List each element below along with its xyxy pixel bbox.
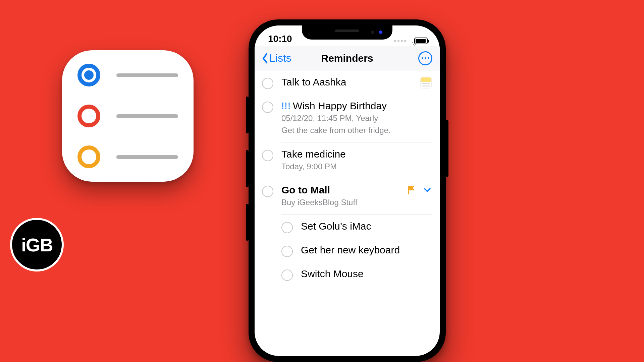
- flag-icon[interactable]: [408, 185, 416, 195]
- reminders-list: Talk to Aashka !!! Wish Happy Birthday 0…: [255, 70, 440, 286]
- reminder-meta-date: Today, 9:00 PM: [281, 161, 432, 172]
- reminder-item[interactable]: !!! Wish Happy Birthday 05/12/20, 11:45 …: [255, 94, 440, 142]
- battery-icon: [414, 38, 428, 44]
- bullet-icon: [77, 145, 100, 168]
- reminder-title: Go to Mall: [281, 184, 330, 196]
- reminder-title: Talk to Aashka: [281, 76, 346, 88]
- line-icon: [116, 114, 178, 118]
- speaker-icon: [335, 29, 359, 32]
- svg-rect-0: [408, 186, 409, 194]
- reminder-item[interactable]: Talk to Aashka: [255, 70, 440, 94]
- cellular-icon: [394, 40, 406, 42]
- complete-toggle[interactable]: [281, 222, 293, 233]
- priority-indicator: !!!: [281, 100, 291, 112]
- subtask-list: Set Golu’s iMac Get her new keyboard Swi…: [255, 215, 440, 286]
- iphone-frame: 10:10 Lists Reminders: [249, 19, 446, 362]
- expand-toggle[interactable]: [423, 186, 432, 194]
- app-icon-row: [77, 64, 178, 86]
- nav-bar: Lists Reminders: [255, 46, 440, 70]
- back-button[interactable]: Lists: [262, 52, 291, 64]
- iphone-notch: [302, 25, 392, 40]
- dot-icon: [425, 57, 426, 59]
- reminder-title: Set Golu’s iMac: [301, 221, 371, 232]
- reminder-title: Get her new keyboard: [301, 244, 400, 256]
- line-icon: [116, 155, 178, 159]
- back-label: Lists: [269, 52, 291, 64]
- reminder-title: Wish Happy Birthday: [293, 100, 387, 112]
- iphone-screen: 10:10 Lists Reminders: [255, 25, 440, 356]
- subtask-item[interactable]: Get her new keyboard: [273, 238, 440, 262]
- subtask-item[interactable]: Set Golu’s iMac: [273, 215, 440, 238]
- bullet-icon: [77, 64, 100, 86]
- complete-toggle[interactable]: [281, 246, 293, 257]
- more-button[interactable]: [418, 51, 432, 65]
- reminder-meta-note: Get the cake from other fridge.: [281, 125, 432, 136]
- complete-toggle[interactable]: [262, 186, 273, 197]
- reminder-item[interactable]: Go to Mall Buy iGeeksBlog Stuff: [255, 178, 440, 214]
- notes-attachment-icon[interactable]: [420, 77, 432, 88]
- complete-toggle[interactable]: [262, 78, 273, 89]
- reminders-app-icon: [62, 50, 194, 182]
- reminder-title: Take medicine: [281, 148, 346, 160]
- subtask-item[interactable]: Switch Mouse: [273, 262, 440, 286]
- reminder-meta-date: 05/12/20, 11:45 PM, Yearly: [281, 113, 432, 124]
- bullet-icon: [77, 105, 100, 127]
- app-icon-row: [77, 145, 178, 168]
- status-time: 10:10: [268, 34, 292, 44]
- dot-icon: [428, 57, 429, 59]
- igb-logo-text: iGB: [21, 234, 53, 256]
- reminder-meta-note: Buy iGeeksBlog Stuff: [281, 197, 432, 208]
- complete-toggle[interactable]: [281, 269, 293, 281]
- complete-toggle[interactable]: [262, 102, 273, 113]
- line-icon: [116, 73, 178, 77]
- reminder-item[interactable]: Take medicine Today, 9:00 PM: [255, 142, 440, 178]
- chevron-left-icon: [262, 53, 269, 64]
- dot-icon: [422, 57, 423, 59]
- app-icon-row: [77, 105, 178, 127]
- igb-logo: iGB: [10, 218, 64, 272]
- camera-icon: [379, 31, 382, 34]
- reminder-title: Switch Mouse: [301, 268, 364, 280]
- complete-toggle[interactable]: [262, 150, 273, 161]
